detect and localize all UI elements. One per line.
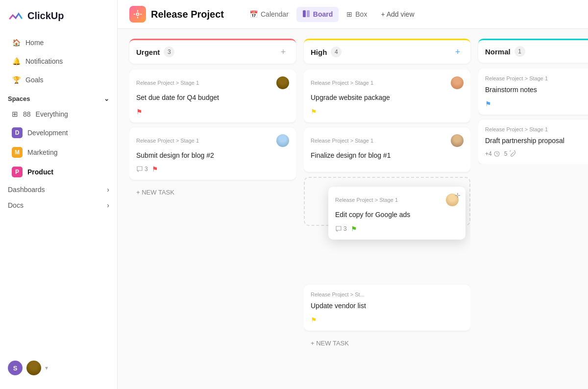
app-name: ClickUp bbox=[27, 10, 64, 22]
tab-board[interactable]: Board bbox=[296, 7, 339, 22]
sidebar-item-marketing[interactable]: M Marketing bbox=[4, 143, 113, 162]
flag-icon-u1: ⚑ bbox=[136, 108, 143, 116]
box-icon: ⊞ bbox=[346, 10, 352, 18]
card-meta-h4: Release Project > St... bbox=[311, 292, 464, 297]
board-area: Urgent 3 + Release Project > Stage 1 Set… bbox=[118, 29, 588, 389]
extras-count-n2: +4 bbox=[485, 150, 500, 157]
column-title-row-normal: Normal 1 bbox=[485, 46, 525, 57]
calendar-label: Calendar bbox=[261, 10, 289, 18]
svg-rect-1 bbox=[303, 10, 306, 17]
project-icon bbox=[129, 6, 146, 23]
normal-title: Normal bbox=[485, 48, 511, 56]
sidebar-bottom: S ▾ bbox=[0, 355, 117, 381]
column-header-urgent: Urgent 3 + bbox=[129, 39, 296, 64]
sidebar-item-product[interactable]: P Product bbox=[4, 163, 113, 181]
sidebar-item-docs[interactable]: Docs › bbox=[0, 197, 117, 213]
sidebar-home-label: Home bbox=[25, 39, 44, 47]
popup-breadcrumb: Release Project > Stage 1 bbox=[335, 197, 398, 203]
attachments-n2: 5 bbox=[504, 150, 516, 157]
project-title: Release Project bbox=[151, 9, 224, 20]
docs-chevron-icon: › bbox=[107, 201, 109, 209]
card-title-n2: Draft partnership proposal bbox=[485, 136, 588, 146]
card-footer-h4: ⚑ bbox=[311, 316, 464, 324]
grid-icon: ⊞ bbox=[12, 110, 18, 119]
user-dropdown-chevron-icon[interactable]: ▾ bbox=[45, 365, 48, 371]
sidebar-item-notifications[interactable]: 🔔 Notifications bbox=[4, 52, 113, 70]
dashboards-chevron-icon: › bbox=[107, 186, 109, 194]
spaces-chevron-icon: ⌄ bbox=[104, 95, 109, 102]
sidebar-item-development[interactable]: D Development bbox=[4, 123, 113, 142]
card-breadcrumb-u2: Release Project > Stage 1 bbox=[136, 138, 199, 144]
sidebar-goals-label: Goals bbox=[25, 76, 44, 84]
everything-count: 88 bbox=[23, 110, 31, 118]
high-cards: Release Project > Stage 1 Upgrade websit… bbox=[304, 70, 470, 351]
high-new-task-button[interactable]: + NEW TASK bbox=[304, 336, 470, 351]
spaces-header[interactable]: Spaces ⌄ bbox=[0, 89, 117, 105]
development-label: Development bbox=[27, 129, 68, 137]
popup-flag-icon: ⚑ bbox=[351, 225, 357, 233]
card-meta-n2: Release Project > Stage 1 bbox=[485, 126, 588, 132]
task-card-n1[interactable]: Release Project > Stage 1 Brainstorm not… bbox=[478, 69, 588, 115]
sidebar-item-dashboards[interactable]: Dashboards › bbox=[0, 182, 117, 197]
high-add-button[interactable]: + bbox=[452, 46, 464, 58]
normal-count: 1 bbox=[514, 46, 525, 57]
card-title-u1: Set due date for Q4 budget bbox=[136, 93, 289, 103]
card-footer-u1: ⚑ bbox=[136, 108, 289, 116]
popup-title: Edit copy for Google ads bbox=[335, 210, 459, 220]
user-photo-avatar[interactable] bbox=[26, 361, 41, 375]
calendar-icon: 📅 bbox=[249, 10, 258, 18]
dashed-area: ✛ Release Project > Stage 1 Edit copy fo… bbox=[304, 177, 470, 226]
sidebar-item-home[interactable]: 🏠 Home bbox=[4, 34, 113, 51]
task-card-h4[interactable]: Release Project > St... Update vendor li… bbox=[304, 285, 470, 331]
card-breadcrumb-u1: Release Project > Stage 1 bbox=[136, 80, 199, 86]
sidebar-item-goals[interactable]: 🏆 Goals bbox=[4, 71, 113, 89]
card-footer-u2: 3 ⚑ bbox=[136, 165, 289, 173]
sidebar-item-everything[interactable]: ⊞ 88 Everything bbox=[4, 106, 113, 122]
popup-card[interactable]: ✛ Release Project > Stage 1 Edit copy fo… bbox=[328, 187, 466, 240]
card-footer-h1: ⚑ bbox=[311, 108, 464, 116]
add-view-button[interactable]: + Add view bbox=[375, 7, 420, 21]
column-normal: Normal 1 Release Project > Stage 1 Brain… bbox=[478, 39, 588, 379]
user-initial-avatar[interactable]: S bbox=[8, 361, 23, 375]
card-avatar-h1 bbox=[451, 76, 464, 89]
logo-area[interactable]: ClickUp bbox=[0, 8, 117, 33]
task-card-h1[interactable]: Release Project > Stage 1 Upgrade websit… bbox=[304, 70, 470, 122]
urgent-add-button[interactable]: + bbox=[277, 46, 289, 58]
everything-label: Everything bbox=[36, 110, 68, 118]
svg-rect-2 bbox=[307, 10, 310, 17]
flag-icon-n1: ⚑ bbox=[485, 100, 491, 108]
svg-point-0 bbox=[137, 13, 139, 16]
card-title-h1: Upgrade website package bbox=[311, 93, 464, 103]
bell-icon: 🔔 bbox=[12, 57, 21, 66]
card-meta-h1: Release Project > Stage 1 bbox=[311, 76, 464, 89]
card-meta-u1: Release Project > Stage 1 bbox=[136, 76, 289, 89]
column-title-row-urgent: Urgent 3 bbox=[136, 47, 174, 57]
column-title-row-high: High 4 bbox=[311, 47, 342, 57]
column-high: High 4 + Release Project > Stage 1 Upgra… bbox=[304, 39, 470, 379]
board-icon bbox=[302, 10, 310, 19]
task-card-n2[interactable]: Release Project > Stage 1 Draft partners… bbox=[478, 120, 588, 165]
card-breadcrumb-n2: Release Project > Stage 1 bbox=[485, 126, 548, 132]
urgent-new-task-button[interactable]: + NEW TASK bbox=[129, 185, 296, 200]
task-card-u1[interactable]: Release Project > Stage 1 Set due date f… bbox=[129, 70, 296, 122]
trophy-icon: 🏆 bbox=[12, 75, 21, 84]
card-breadcrumb-h2: Release Project > Stage 1 bbox=[311, 138, 373, 144]
urgent-cards: Release Project > Stage 1 Set due date f… bbox=[129, 70, 296, 200]
product-label: Product bbox=[27, 168, 53, 176]
card-breadcrumb-h4: Release Project > St... bbox=[311, 292, 365, 297]
marketing-label: Marketing bbox=[27, 148, 57, 156]
development-dot: D bbox=[12, 127, 23, 138]
tab-calendar[interactable]: 📅 Calendar bbox=[244, 7, 294, 21]
project-title-area: Release Project bbox=[129, 6, 224, 23]
card-title-h2: Finalize design for blog #1 bbox=[311, 151, 464, 161]
task-card-h2[interactable]: Release Project > Stage 1 Finalize desig… bbox=[304, 127, 470, 172]
card-meta-u2: Release Project > Stage 1 bbox=[136, 134, 289, 147]
card-title-u2: Submit design for blog #2 bbox=[136, 151, 289, 161]
tab-box[interactable]: ⊞ Box bbox=[341, 7, 373, 21]
card-breadcrumb-h1: Release Project > Stage 1 bbox=[311, 80, 373, 86]
flag-icon-h1: ⚑ bbox=[311, 108, 317, 116]
comment-count-u2: 3 bbox=[136, 166, 148, 172]
marketing-dot: M bbox=[12, 147, 23, 158]
task-card-u2[interactable]: Release Project > Stage 1 Submit design … bbox=[129, 127, 296, 180]
header-nav: 📅 Calendar Board ⊞ Box + Add view bbox=[244, 7, 420, 22]
